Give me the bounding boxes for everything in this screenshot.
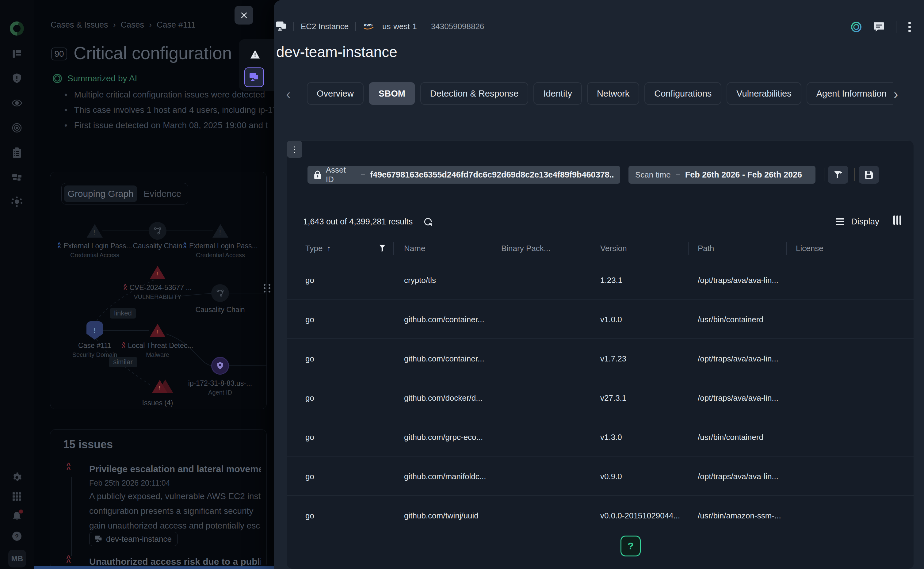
issue-title[interactable]: Unauthorized access risk due to a public… [89, 557, 261, 567]
graph-node-local-threat[interactable]: ! [150, 324, 166, 337]
cortex-logo[interactable] [10, 21, 24, 35]
svg-text:aws: aws [364, 22, 372, 27]
monitor-icon [95, 536, 102, 542]
sidebar-item-malware-spider-icon[interactable] [11, 196, 22, 207]
graph-node-case[interactable]: ! [87, 321, 103, 340]
sidebar-item-threat-intel-target-icon[interactable] [12, 123, 22, 133]
panel-tab[interactable]: Overview [307, 82, 363, 105]
table-row[interactable]: go github.com/manifoldc... v0.9.0 /opt/t… [287, 456, 914, 496]
table-row[interactable]: go github.com/container... v1.7.23 /opt/… [287, 339, 914, 378]
graph-node-causality-chain[interactable] [211, 284, 229, 302]
settings-gear-icon[interactable] [12, 472, 22, 482]
cell-name: github.com/container... [404, 354, 496, 364]
sidebar-item-visibility-eye-icon[interactable] [11, 99, 22, 107]
cell-name: github.com/grpc-eco... [404, 432, 496, 442]
issue-title[interactable]: Privilege escalation and lateral movemen… [89, 464, 261, 474]
apps-grid-icon[interactable] [12, 492, 22, 502]
separator [824, 168, 824, 181]
panel-tab[interactable]: Configurations [644, 82, 721, 105]
user-avatar[interactable]: MB [8, 550, 26, 567]
alerts-side-tab[interactable] [246, 45, 264, 64]
table-row[interactable]: go github.com/docker/d... v27.3.1 /opt/t… [287, 378, 914, 417]
breadcrumb-separator: › [113, 20, 116, 30]
cell-path: /opt/traps/ava/ava-lin... [698, 275, 790, 285]
warning-triangle-icon [251, 50, 260, 59]
table-row[interactable]: go crypto/tls 1.23.1 /opt/traps/ava/ava-… [287, 260, 914, 300]
background-case-page: Cases & Issues › Cases › Case #111 90 Cr… [34, 0, 274, 569]
sidebar-item-assets-blocks-icon[interactable] [12, 172, 22, 181]
panel-tab[interactable]: Identity [533, 82, 582, 105]
add-filter-button[interactable] [828, 166, 848, 184]
column-header-binary-package[interactable]: Binary Pack... [501, 244, 550, 253]
save-view-button[interactable] [859, 166, 879, 184]
columns-icon [894, 216, 901, 225]
help-button[interactable]: ? [620, 536, 641, 557]
columns-button[interactable] [894, 216, 901, 225]
graph-node-issue[interactable]: ! [87, 224, 103, 237]
sidebar-item-cases-shield-icon[interactable] [12, 73, 22, 84]
column-header-version[interactable]: Version [600, 244, 627, 253]
sidebar-item-reports-clipboard-icon[interactable] [12, 148, 21, 158]
close-panel-button[interactable] [234, 6, 253, 24]
ai-bullet: This case involves 1 host and 4 users, i… [64, 105, 276, 115]
panel-tab[interactable]: Detection & Response [420, 82, 529, 105]
cell-version: v0.9.0 [600, 472, 689, 481]
cell-name: github.com/manifoldc... [404, 472, 496, 481]
cell-type: go [305, 472, 314, 481]
severity-chevrons-icon: ^^ [66, 464, 71, 472]
column-header-license[interactable]: License [796, 244, 824, 253]
graph-node-issues-group[interactable]: ! [147, 380, 168, 394]
column-header-path[interactable]: Path [698, 244, 714, 253]
table-row[interactable]: go github.com/twinj/uuid v0.0.0-20151029… [287, 496, 914, 535]
table-row[interactable]: go github.com/container... v1.0.0 /usr/b… [287, 300, 914, 339]
breadcrumb-case-111[interactable]: Case #111 [157, 20, 196, 30]
comment-icon[interactable] [874, 22, 884, 32]
table-row[interactable]: go github.com/grpc-eco... v1.3.0 /usr/bi… [287, 417, 914, 456]
panel-side-tab-strip [239, 39, 274, 91]
breadcrumb-separator: › [149, 20, 152, 30]
monitor-icon [249, 73, 259, 82]
graph-node-agent[interactable] [211, 357, 229, 375]
panel-tab[interactable]: SBOM [369, 82, 415, 105]
separator [688, 242, 688, 255]
refresh-icon[interactable] [423, 217, 433, 227]
ai-assistant-icon[interactable] [850, 21, 862, 33]
sidebar-item-dashboard[interactable] [12, 49, 22, 59]
cell-version: 1.23.1 [600, 275, 689, 285]
display-button[interactable]: Display [836, 217, 879, 227]
sort-asc-icon[interactable]: ↑ [327, 244, 331, 253]
help-circle-icon[interactable]: ? [12, 531, 22, 542]
divider [276, 122, 916, 122]
cell-path: /usr/bin/amazon-ssm-... [698, 511, 790, 520]
tabs-scroll-right[interactable]: › [894, 87, 898, 102]
table-body: go crypto/tls 1.23.1 /opt/traps/ava/ava-… [287, 260, 914, 535]
graph-node-causality-chain[interactable] [149, 222, 166, 240]
panel-tab[interactable]: Vulnerabilities [726, 82, 801, 105]
panel-resize-handle[interactable] [263, 281, 271, 295]
breadcrumb-cases[interactable]: Cases [121, 20, 144, 30]
filter-chip-scan-time[interactable]: Scan time = Feb 26th 2026 - Feb 26th 202… [628, 166, 816, 184]
breadcrumb-cases-issues[interactable]: Cases & Issues [50, 20, 108, 30]
graph-node-sublabel: Malware [146, 351, 169, 358]
graph-node-sublabel: Credential Access [196, 252, 245, 259]
cell-path: /usr/bin/containerd [698, 432, 790, 442]
monitor-icon [276, 21, 287, 31]
edge-label-linked: linked [110, 308, 136, 318]
panel-tab[interactable]: Agent Information [807, 82, 893, 105]
kebab-menu-icon[interactable] [908, 21, 911, 32]
separator [786, 242, 787, 255]
more-filters-button[interactable]: ⋮ [287, 141, 302, 158]
notifications-bell-icon[interactable] [12, 511, 22, 522]
severity-chevrons-icon: ^^ [66, 557, 71, 564]
panel-tab[interactable]: Network [587, 82, 639, 105]
graph-node-cve[interactable]: ! [150, 266, 166, 279]
column-header-name[interactable]: Name [404, 244, 425, 253]
issue-timestamp: Feb 25th 2026 20:11:04 [89, 479, 170, 487]
asset-side-tab-active[interactable] [244, 67, 264, 87]
graph-node-issue[interactable]: ! [213, 224, 228, 237]
asset-chip[interactable]: dev-team-instance [89, 532, 178, 546]
filter-chip-asset-id[interactable]: Asset ID = f49e6798163e6355d246fd7dc6c92… [307, 166, 620, 184]
active-filter-funnel-icon[interactable] [379, 244, 386, 252]
tabs-scroll-left[interactable]: ‹ [286, 87, 290, 102]
column-header-type[interactable]: Type [305, 244, 322, 253]
